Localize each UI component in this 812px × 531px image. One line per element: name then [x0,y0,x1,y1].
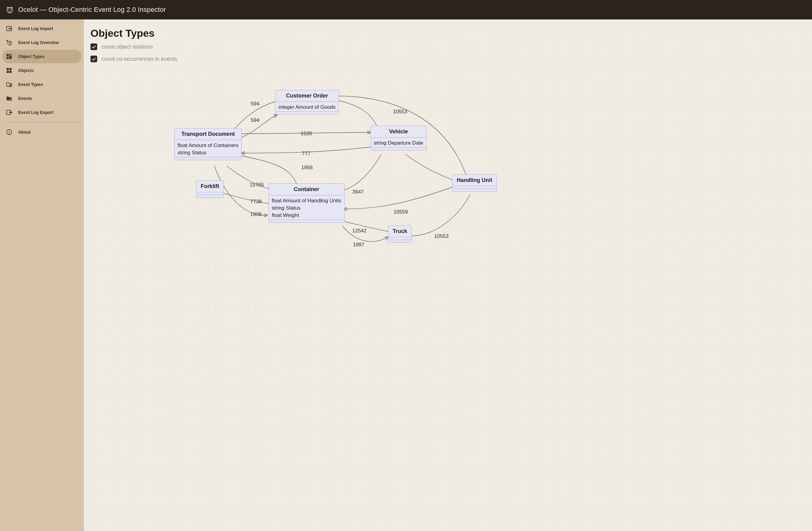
node-footer [371,147,426,150]
export-icon [5,109,13,116]
edge-label: 12542 [352,228,367,234]
node-title: Transport Document [175,129,242,140]
event-types-icon [5,81,13,88]
graph-nodes-layer: Customer Orderinteger Amount of GoodsTra… [84,19,812,531]
edge-label: 3947 [352,189,364,195]
sidebar-item-label: Event Log Export [18,110,54,115]
node-footer [388,240,411,242]
svg-point-1 [8,10,9,10]
node-title: Customer Order [275,90,338,102]
object-types-icon [5,53,13,60]
node-customer_order[interactable]: Customer Orderinteger Amount of Goods [275,90,339,115]
node-attrs [197,192,223,195]
node-attr: string Departure Date [374,140,423,147]
sidebar-item-label: Event Log Overview [18,40,59,45]
node-attrs [452,186,496,189]
events-icon [5,95,13,102]
edge-label: 10559 [393,209,408,215]
sidebar-item-object-types[interactable]: Object Types [2,50,82,63]
sidebar-item-events[interactable]: Events [2,92,82,105]
objects-icon [5,67,13,74]
node-title: Container [269,184,344,195]
svg-rect-6 [10,54,12,55]
sidebar-item-label: About [18,130,30,134]
svg-rect-5 [7,54,9,56]
sidebar-item-event-log-export[interactable]: Event Log Export [2,106,82,119]
node-title: Truck [388,226,411,237]
node-handling_unit[interactable]: Handling Unit [452,174,497,192]
edge-label: 10553 [434,233,449,239]
svg-rect-12 [10,71,12,73]
node-footer [197,195,223,198]
node-attr: integer Amount of Goods [278,104,336,111]
sidebar-item-label: Object Types [18,54,45,59]
edge-label: 1997 [352,242,365,248]
node-attr: float Amount of Containers [178,142,238,149]
edge-label: 594 [250,101,260,107]
svg-point-0 [7,8,12,13]
node-title: Vehicle [371,126,426,138]
node-attr: float Weight [272,212,341,219]
edge-label: 15765 [249,182,264,188]
edge-label: 777 [301,151,311,157]
sidebar-item-event-types[interactable]: Event Types [2,78,82,91]
edge-label: 1526 [300,131,313,137]
node-attrs: float Amount of Handling Unitsstring Sta… [269,195,344,220]
node-attrs [388,237,411,240]
sidebar-item-label: Objects [18,68,34,73]
sidebar-item-objects[interactable]: Objects [2,64,82,77]
node-truck[interactable]: Truck [388,225,412,243]
svg-point-2 [10,10,11,10]
sidebar-item-label: Event Log Import [18,26,53,31]
node-footer [275,112,338,114]
main-canvas[interactable]: Object Types count object relationscount… [84,19,812,531]
app-header: Ocelot — Object-Centric Event Log 2.0 In… [0,0,812,19]
node-vehicle[interactable]: Vehiclestring Departure Date [371,126,427,150]
node-title: Forklift [197,181,223,192]
sidebar-item-event-log-overview[interactable]: Event Log Overview [2,36,82,49]
sidebar-item-label: Event Types [18,82,43,87]
node-transport_document[interactable]: Transport Documentfloat Amount of Contai… [174,128,242,160]
svg-rect-10 [10,68,12,70]
import-icon [5,25,13,32]
edge-label: 1956 [301,164,314,171]
sidebar-item-about[interactable]: About [2,126,82,139]
node-attrs: integer Amount of Goods [275,102,338,112]
edge-label: 594 [250,117,260,123]
sidebar: Event Log ImportEvent Log OverviewObject… [0,19,84,531]
svg-rect-7 [10,56,12,59]
svg-rect-9 [7,68,9,70]
node-attrs: float Amount of Containersstring Status [175,140,242,157]
node-attrs: string Departure Date [371,138,426,147]
node-title: Handling Unit [452,175,496,186]
node-footer [452,189,496,191]
svg-rect-11 [7,71,9,73]
node-attr: string Status [272,204,341,212]
sidebar-divider [4,122,80,123]
edge-label: 1999 [250,212,262,217]
node-attr: float Amount of Handling Units [272,197,341,204]
svg-rect-8 [7,57,9,59]
edge-label: 7738 [250,199,262,205]
sidebar-item-label: Events [18,96,32,101]
node-footer [269,220,344,223]
node-attr: string Status [178,149,238,156]
node-footer [175,157,242,160]
app-logo-icon [5,5,15,15]
app-title: Ocelot — Object-Centric Event Log 2.0 In… [18,6,166,14]
node-container[interactable]: Containerfloat Amount of Handling Unitss… [269,184,345,223]
sidebar-item-event-log-import[interactable]: Event Log Import [2,22,82,35]
overview-icon [5,39,13,46]
node-forklift[interactable]: Forklift [196,181,224,198]
about-icon [5,129,13,136]
edge-label: 10553 [392,109,408,115]
